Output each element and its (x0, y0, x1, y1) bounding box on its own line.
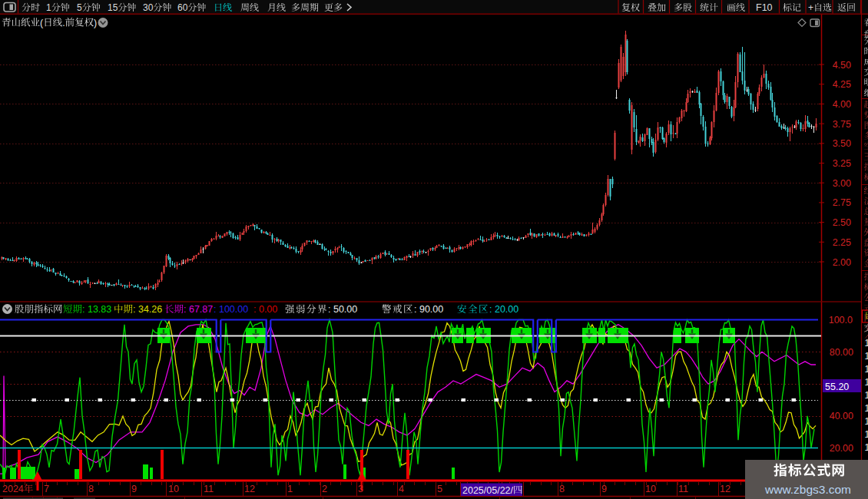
svg-text:4.25: 4.25 (833, 79, 851, 90)
svg-text:1: 1 (865, 390, 868, 401)
svg-text:1: 1 (46, 2, 51, 13)
svg-text:www.zbgs3.com: www.zbgs3.com (764, 483, 851, 496)
svg-text:9: 9 (601, 484, 607, 494)
svg-text:40.00: 40.00 (830, 411, 853, 421)
svg-text:3.25: 3.25 (833, 158, 851, 169)
svg-text:: 100.00: : 100.00 (214, 304, 248, 315)
svg-text:: 67.87: : 67.87 (184, 304, 213, 315)
svg-text:1: 1 (865, 416, 868, 427)
svg-text:10: 10 (645, 484, 656, 494)
svg-text:2.00: 2.00 (833, 257, 851, 268)
svg-text:: 50.00: : 50.00 (328, 304, 357, 315)
svg-text:9: 9 (131, 484, 137, 494)
svg-text:1: 1 (865, 338, 868, 349)
svg-text:1: 1 (287, 484, 293, 494)
svg-text:: 34.26: : 34.26 (133, 304, 162, 315)
svg-text:3.50: 3.50 (833, 138, 851, 149)
svg-text:15: 15 (108, 2, 118, 13)
svg-text:2025/05/22/: 2025/05/22/ (462, 485, 514, 496)
svg-text:12: 12 (720, 484, 731, 494)
svg-text:3: 3 (358, 484, 363, 494)
svg-text:): ) (94, 18, 97, 28)
svg-text:5: 5 (437, 484, 442, 494)
svg-text:8: 8 (88, 484, 94, 494)
svg-text:10: 10 (168, 484, 179, 494)
svg-text:+: + (808, 2, 813, 13)
svg-text:11: 11 (204, 484, 214, 494)
svg-text:1: 1 (865, 364, 868, 375)
svg-text:8: 8 (559, 484, 565, 494)
svg-text:2024: 2024 (2, 484, 24, 494)
svg-text:1: 1 (865, 429, 868, 440)
svg-text:55.20: 55.20 (825, 382, 849, 392)
svg-text:80.00: 80.00 (830, 347, 853, 358)
svg-text:3.00: 3.00 (833, 178, 851, 189)
svg-text:F10: F10 (756, 2, 773, 13)
svg-text:3.75: 3.75 (833, 119, 851, 130)
svg-text:11: 11 (678, 484, 688, 494)
svg-text:: 13.83: : 13.83 (82, 304, 111, 315)
svg-text:: 90.00: : 90.00 (414, 304, 443, 315)
svg-text:7: 7 (44, 484, 49, 494)
svg-text:1: 1 (865, 377, 868, 388)
svg-text:: 20.00: : 20.00 (489, 304, 518, 315)
svg-text:4.00: 4.00 (833, 99, 851, 110)
svg-text:20.00: 20.00 (830, 443, 853, 454)
svg-text:100.0: 100.0 (829, 315, 853, 326)
svg-text:1: 1 (865, 442, 868, 453)
svg-text:2: 2 (322, 484, 327, 494)
svg-text:1: 1 (865, 351, 868, 362)
svg-text:2.25: 2.25 (833, 237, 851, 248)
svg-text:30: 30 (143, 2, 154, 13)
svg-text:4: 4 (399, 484, 404, 494)
svg-text:: 0.00: : 0.00 (253, 304, 277, 315)
svg-text:.: . (62, 18, 65, 28)
svg-text:2.50: 2.50 (833, 217, 851, 228)
svg-text:12: 12 (244, 484, 255, 494)
svg-text:2.75: 2.75 (833, 197, 851, 208)
svg-text:4.50: 4.50 (833, 60, 851, 71)
svg-text:1: 1 (865, 403, 868, 414)
svg-text:5: 5 (77, 2, 82, 13)
svg-text:60: 60 (177, 2, 188, 13)
